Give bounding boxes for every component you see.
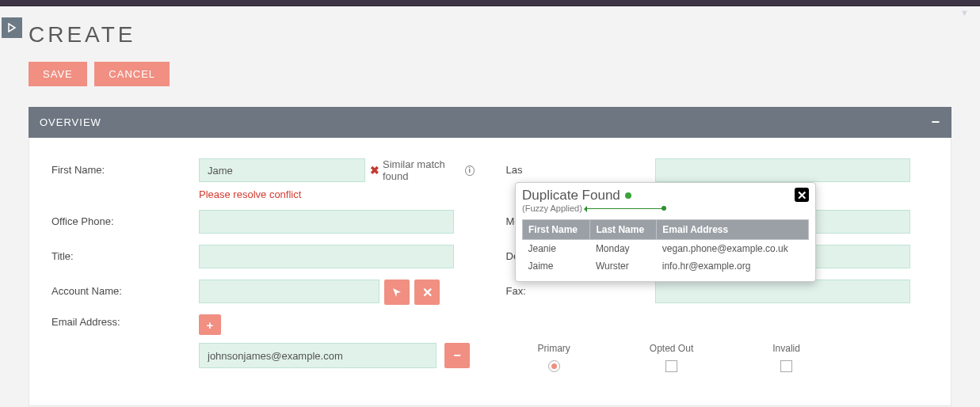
similar-match-notice: ✖ Similar match found i	[370, 158, 475, 182]
col-last-name: Last Name	[590, 219, 657, 239]
account-name-label: Account Name:	[51, 280, 199, 297]
arrow-annotation-icon	[585, 208, 664, 209]
account-select-button[interactable]	[384, 280, 410, 305]
close-icon: ✕	[797, 189, 807, 201]
collapse-icon[interactable]: −	[931, 114, 940, 131]
first-name-input[interactable]	[199, 158, 365, 182]
conflict-message: Please resolve conflict	[199, 188, 475, 200]
page-title: CREATE	[29, 22, 951, 48]
status-dot-icon	[625, 192, 631, 199]
save-button[interactable]: SAVE	[29, 62, 87, 86]
opted-out-label: Opted Out	[650, 343, 693, 354]
duplicate-title: Duplicate Found	[522, 188, 620, 204]
first-name-label: First Name:	[51, 158, 199, 176]
info-icon[interactable]: i	[465, 165, 475, 176]
dup-last-name: Monday	[590, 239, 657, 257]
dup-email: info.hr@example.org	[657, 257, 809, 275]
table-row[interactable]: Jeanie Monday vegan.phone@example.co.uk	[523, 239, 809, 257]
duplicate-popup: Duplicate Found (Fuzzy Applied) ✕ First …	[515, 182, 816, 282]
table-row[interactable]: Jaime Wurster info.hr@example.org	[523, 257, 809, 275]
office-phone-input[interactable]	[199, 210, 454, 234]
primary-radio[interactable]	[548, 360, 560, 372]
opted-out-checkbox[interactable]	[665, 360, 677, 372]
close-popup-button[interactable]: ✕	[795, 188, 809, 202]
email-address-label: Email Address:	[51, 314, 199, 328]
remove-email-button[interactable]: −	[444, 343, 470, 368]
action-bar: SAVE CANCEL	[29, 62, 951, 86]
col-email: Email Address	[657, 219, 809, 239]
last-name-label: Las	[506, 158, 528, 176]
title-input[interactable]	[199, 245, 454, 268]
dup-first-name[interactable]: Jaime	[528, 261, 554, 272]
top-bar	[0, 0, 980, 6]
add-email-button[interactable]: +	[199, 314, 221, 335]
invalid-label: Invalid	[772, 343, 800, 354]
minus-icon: −	[453, 348, 460, 363]
cancel-button[interactable]: CANCEL	[94, 62, 170, 86]
plus-icon: +	[207, 318, 214, 332]
title-label: Title:	[51, 245, 199, 262]
overview-title: OVERVIEW	[40, 116, 101, 128]
dup-last-name: Wurster	[590, 257, 657, 275]
duplicate-table: First Name Last Name Email Address Jeani…	[522, 219, 809, 275]
invalid-checkbox[interactable]	[780, 360, 792, 372]
overview-header[interactable]: OVERVIEW −	[29, 107, 951, 138]
x-icon: ✕	[422, 285, 433, 300]
col-first-name: First Name	[523, 219, 590, 239]
duplicate-subtitle: (Fuzzy Applied)	[522, 204, 582, 214]
primary-label: Primary	[538, 343, 570, 354]
x-icon: ✖	[370, 164, 379, 177]
fax-input[interactable]	[655, 280, 910, 303]
last-name-input[interactable]	[655, 158, 910, 182]
office-phone-label: Office Phone:	[51, 210, 199, 227]
email-input[interactable]	[199, 343, 437, 368]
dup-first-name[interactable]: Jeanie	[528, 243, 556, 254]
similar-match-text: Similar match found	[383, 158, 462, 182]
cursor-icon	[391, 287, 402, 298]
dup-email: vegan.phone@example.co.uk	[657, 239, 809, 257]
fax-label: Fax:	[506, 280, 538, 297]
account-clear-button[interactable]: ✕	[414, 280, 440, 305]
account-name-input[interactable]	[199, 280, 379, 303]
